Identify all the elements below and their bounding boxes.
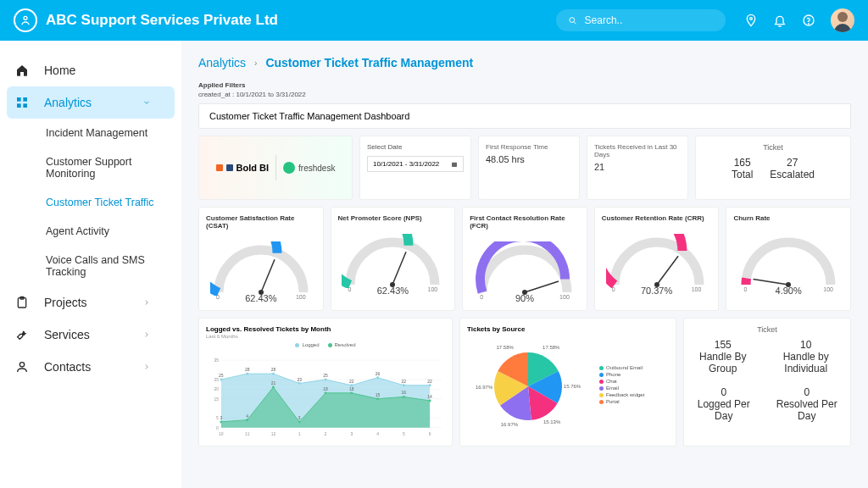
svg-point-0 xyxy=(24,16,27,19)
svg-text:25: 25 xyxy=(214,378,219,382)
svg-text:4: 4 xyxy=(246,414,248,419)
svg-point-54 xyxy=(220,420,222,423)
brand-card: Bold BI freshdesk xyxy=(198,136,353,200)
svg-rect-7 xyxy=(23,97,27,102)
pie-chart-card: Tickets by Source 17.58%15.76%15.13%16.9… xyxy=(459,318,676,446)
svg-text:0: 0 xyxy=(216,426,219,430)
svg-point-58 xyxy=(272,386,275,389)
sub-support[interactable]: Customer Support Monitoring xyxy=(0,147,181,188)
svg-point-68 xyxy=(403,396,405,398)
svg-text:18: 18 xyxy=(349,387,354,391)
help-icon[interactable] xyxy=(802,14,815,27)
svg-line-22 xyxy=(754,280,789,285)
svg-text:16: 16 xyxy=(402,391,407,395)
svg-text:2: 2 xyxy=(325,432,327,436)
svg-text:15: 15 xyxy=(376,393,381,397)
svg-line-20 xyxy=(657,256,678,285)
svg-point-64 xyxy=(350,391,353,394)
nav-home[interactable]: Home xyxy=(0,54,181,86)
sub-ticket-traffic[interactable]: Customer Ticket Traffic xyxy=(0,188,181,217)
wrench-icon xyxy=(15,328,29,341)
svg-text:16.97%: 16.97% xyxy=(501,422,519,427)
svg-point-50 xyxy=(403,384,405,386)
svg-point-12 xyxy=(19,363,24,367)
svg-rect-13 xyxy=(452,162,457,166)
svg-line-14 xyxy=(261,259,275,292)
nav-label: Home xyxy=(44,64,75,77)
svg-text:10: 10 xyxy=(219,432,224,436)
svg-point-56 xyxy=(246,419,248,421)
svg-rect-8 xyxy=(17,103,21,108)
main-content: Analytics › Customer Ticket Traffic Mana… xyxy=(181,41,868,488)
nav-contacts[interactable]: Contacts xyxy=(0,351,181,383)
area-legend: Logged Resolved xyxy=(206,342,445,347)
svg-line-18 xyxy=(525,281,559,292)
search-box[interactable] xyxy=(556,9,726,31)
svg-point-62 xyxy=(325,391,327,394)
svg-text:1: 1 xyxy=(298,432,301,436)
freshdesk-logo: freshdesk xyxy=(283,162,335,174)
grid-icon xyxy=(15,96,29,109)
sub-voice[interactable]: Voice Calls and SMS Tracking xyxy=(0,246,181,286)
location-icon[interactable] xyxy=(744,14,758,27)
date-input[interactable]: 10/1/2021 - 3/31/2022 xyxy=(367,156,464,172)
svg-text:20: 20 xyxy=(214,387,219,391)
svg-text:35: 35 xyxy=(214,358,219,363)
svg-rect-6 xyxy=(17,97,21,102)
home-icon xyxy=(15,64,29,77)
date-label: Select Date xyxy=(367,143,464,151)
svg-point-66 xyxy=(376,397,379,400)
svg-point-17 xyxy=(390,282,395,287)
nav-label: Contacts xyxy=(44,360,91,374)
sub-incident[interactable]: Incident Management xyxy=(0,119,181,147)
nav-analytics[interactable]: Analytics xyxy=(7,86,175,119)
svg-point-5 xyxy=(809,24,810,25)
ticket-summary: Ticket 165Total 27Escalated xyxy=(695,136,851,200)
breadcrumb: Analytics › Customer Ticket Traffic Mana… xyxy=(198,56,851,69)
company-logo-icon xyxy=(14,8,37,32)
svg-text:25: 25 xyxy=(219,374,224,378)
svg-rect-9 xyxy=(23,103,27,108)
svg-text:5: 5 xyxy=(403,432,405,436)
chevron-right-icon xyxy=(142,363,151,371)
area-chart-card: Logged vs. Resolved Tickets by Month Las… xyxy=(198,318,453,446)
svg-point-52 xyxy=(429,384,431,386)
gauge-card: First Contact Resolution Rate (FCR) 0100… xyxy=(462,207,587,311)
nav-services[interactable]: Services xyxy=(0,319,181,351)
svg-text:18: 18 xyxy=(323,387,328,391)
svg-text:5: 5 xyxy=(216,416,219,420)
breadcrumb-sep: › xyxy=(254,58,257,68)
svg-point-21 xyxy=(654,282,659,287)
svg-text:15.76%: 15.76% xyxy=(564,384,581,389)
breadcrumb-l1[interactable]: Analytics xyxy=(198,56,246,69)
ticket-stats-card: Ticket 155Handle By Group 10Handle by In… xyxy=(683,318,851,446)
sub-agent[interactable]: Agent Activity xyxy=(0,217,181,246)
chevron-down-icon xyxy=(142,98,151,107)
svg-text:3: 3 xyxy=(350,432,353,436)
svg-text:14: 14 xyxy=(427,395,432,399)
svg-text:23: 23 xyxy=(297,378,302,382)
nav-projects[interactable]: Projects xyxy=(0,286,181,319)
topbar: ABC Support Services Private Ltd xyxy=(0,0,868,41)
svg-text:17.58%: 17.58% xyxy=(497,345,515,350)
svg-point-46 xyxy=(350,384,353,386)
svg-point-42 xyxy=(298,382,301,385)
filters-value: created_at : 10/1/2021 to 3/31/2022 xyxy=(198,91,851,98)
search-input[interactable] xyxy=(585,14,714,26)
nav-label: Services xyxy=(44,328,90,341)
company-name: ABC Support Services Private Ltd xyxy=(46,12,278,29)
pie-legend: Outbound EmailPhoneChatEmailFeedback wid… xyxy=(599,363,644,406)
svg-line-2 xyxy=(574,21,576,23)
svg-text:17.58%: 17.58% xyxy=(542,345,560,350)
boldbi-logo: Bold BI xyxy=(216,163,270,173)
svg-text:21: 21 xyxy=(271,381,276,385)
svg-point-15 xyxy=(259,290,264,295)
avatar[interactable] xyxy=(831,8,854,32)
svg-text:16.97%: 16.97% xyxy=(476,385,493,390)
svg-text:22: 22 xyxy=(349,380,354,384)
svg-point-44 xyxy=(325,378,327,380)
gauge-card: Net Promoter Score (NPS) 0100 62.43% xyxy=(331,207,456,311)
svg-text:12: 12 xyxy=(271,432,276,436)
bell-icon[interactable] xyxy=(773,14,787,27)
dashboard-title: Customer Ticket Traffic Management Dashb… xyxy=(198,103,851,129)
